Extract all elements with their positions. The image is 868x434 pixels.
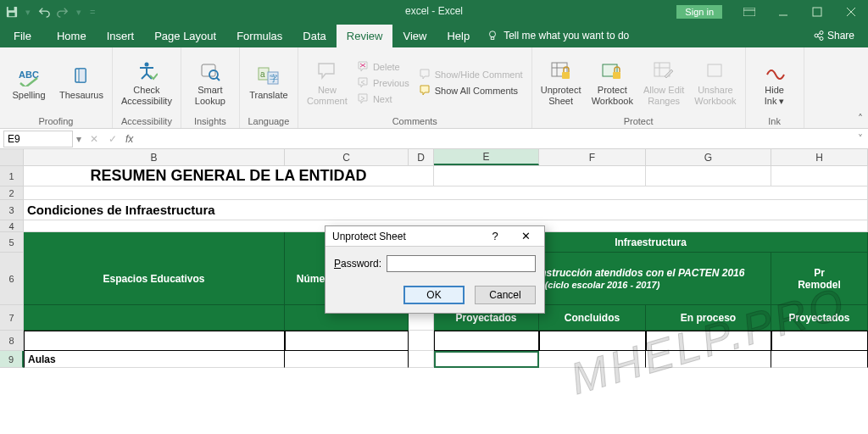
spelling-button[interactable]: ABC Spelling (5, 63, 53, 103)
name-box[interactable]: E9 (3, 131, 73, 147)
cell-proyectados2[interactable]: Proyectados (771, 305, 868, 331)
allow-edit-ranges-button: Allow Edit Ranges (640, 58, 687, 108)
minimize-icon[interactable] (766, 0, 800, 24)
save-icon[interactable] (5, 5, 19, 19)
tab-data[interactable]: Data (292, 25, 336, 47)
cell-concluidos[interactable]: Concluidos (539, 305, 646, 331)
check-accessibility-button[interactable]: Check Accessibility (118, 58, 175, 108)
thesaurus-button[interactable]: Thesaurus (56, 63, 107, 103)
cell[interactable] (771, 331, 868, 351)
col-header-h[interactable]: H (771, 149, 868, 165)
name-box-dropdown-icon[interactable]: ▾ (73, 133, 85, 145)
row-header[interactable]: 4 (0, 220, 24, 232)
redo-icon[interactable] (56, 5, 70, 19)
group-language: a字 Translate Language (240, 47, 298, 128)
cell[interactable] (646, 351, 771, 368)
row-header[interactable]: 7 (0, 305, 24, 331)
col-header-f[interactable]: F (539, 149, 646, 165)
unshare-icon (704, 59, 727, 83)
cancel-formula-icon: ✕ (85, 133, 103, 145)
cell-subtitle[interactable]: Condiciones de Infraestructura (24, 200, 868, 220)
hide-ink-button[interactable]: Hide Ink ▾ (751, 58, 798, 108)
ribbon-display-icon[interactable] (732, 0, 766, 24)
allow-edit-icon (652, 59, 676, 83)
tab-help[interactable]: Help (437, 25, 480, 47)
password-input[interactable] (387, 255, 536, 272)
row-header[interactable]: 3 (0, 200, 24, 220)
tab-page-layout[interactable]: Page Layout (144, 25, 226, 47)
tab-insert[interactable]: Insert (97, 25, 145, 47)
previous-icon (358, 77, 370, 89)
cell[interactable] (409, 331, 434, 351)
ok-button[interactable]: OK (403, 286, 465, 304)
smart-lookup-icon (198, 59, 222, 83)
fx-icon[interactable]: fx (122, 133, 136, 145)
show-all-comments-button[interactable]: Show All Comments (416, 83, 526, 98)
previous-comment-button: Previous (354, 75, 413, 91)
cell[interactable] (434, 166, 646, 186)
cell[interactable] (539, 331, 646, 351)
col-header-e[interactable]: E (434, 149, 539, 165)
collapse-ribbon-icon[interactable]: ˄ (858, 113, 863, 125)
unprotect-sheet-button[interactable]: Unprotect Sheet (537, 58, 585, 108)
col-header-b[interactable]: B (24, 149, 285, 165)
cell-enproceso[interactable]: En proceso (646, 305, 771, 331)
svg-line-14 (817, 33, 820, 35)
tab-view[interactable]: View (392, 25, 437, 47)
row-header[interactable]: 2 (0, 186, 24, 200)
col-header-c[interactable]: C (285, 149, 409, 165)
smart-lookup-button[interactable]: Smart Lookup (186, 58, 234, 108)
cell-remodel[interactable]: Pr Remodel (771, 253, 868, 305)
cell-espacios[interactable]: Espacios Educativos (24, 253, 285, 305)
cell[interactable] (646, 331, 771, 351)
cell-aulas[interactable]: Aulas (24, 351, 285, 368)
row-header[interactable]: 5 (0, 232, 24, 253)
password-label: Password: (334, 258, 381, 270)
cell-title[interactable]: RESUMEN GENERAL DE LA ENTIDAD (24, 166, 434, 186)
sign-in-button[interactable]: Sign in (676, 5, 722, 19)
row-header[interactable]: 8 (0, 331, 24, 351)
cell[interactable] (434, 331, 539, 351)
maximize-icon[interactable] (800, 0, 834, 24)
formula-input[interactable] (136, 131, 853, 147)
cell[interactable] (646, 166, 771, 186)
dialog-titlebar[interactable]: Unprotect Sheet ? ✕ (326, 226, 544, 247)
row-header[interactable]: 9 (0, 351, 24, 368)
group-comments: New Comment Delete Previous Next Show/Hi… (298, 47, 532, 128)
tell-me-search[interactable]: Tell me what you want to do (480, 30, 636, 42)
col-header-g[interactable]: G (646, 149, 771, 165)
svg-point-13 (820, 37, 823, 41)
active-cell[interactable] (434, 351, 539, 368)
cell[interactable] (24, 305, 285, 331)
cell[interactable] (24, 232, 285, 253)
protect-workbook-icon (600, 59, 624, 83)
cell[interactable] (285, 351, 409, 368)
cell[interactable] (285, 331, 409, 351)
cell[interactable] (24, 331, 285, 351)
row-header[interactable]: 1 (0, 166, 24, 186)
undo-icon[interactable] (37, 5, 51, 19)
svg-rect-6 (813, 8, 821, 16)
cell[interactable] (24, 186, 868, 200)
translate-button[interactable]: a字 Translate (245, 63, 292, 103)
row-header[interactable]: 6 (0, 253, 24, 305)
tab-formulas[interactable]: Formulas (226, 25, 292, 47)
dialog-help-icon[interactable]: ? (483, 230, 507, 242)
cancel-button[interactable]: Cancel (475, 286, 536, 304)
protect-workbook-button[interactable]: Protect Workbook (588, 58, 637, 108)
tab-review[interactable]: Review (337, 25, 393, 47)
col-header-d[interactable]: D (409, 149, 434, 165)
tab-file[interactable]: File (3, 25, 47, 47)
expand-formula-bar-icon[interactable]: ˅ (853, 133, 868, 145)
cell[interactable] (771, 166, 868, 186)
cell[interactable] (771, 351, 868, 368)
svg-rect-2 (9, 13, 15, 16)
dialog-close-icon[interactable]: ✕ (514, 230, 537, 242)
svg-text:a: a (260, 70, 265, 79)
close-icon[interactable] (834, 0, 868, 24)
cell[interactable] (409, 351, 434, 368)
share-button[interactable]: Share (814, 30, 865, 42)
select-all-corner[interactable] (0, 149, 24, 165)
tab-home[interactable]: Home (47, 25, 97, 47)
cell[interactable] (539, 351, 646, 368)
